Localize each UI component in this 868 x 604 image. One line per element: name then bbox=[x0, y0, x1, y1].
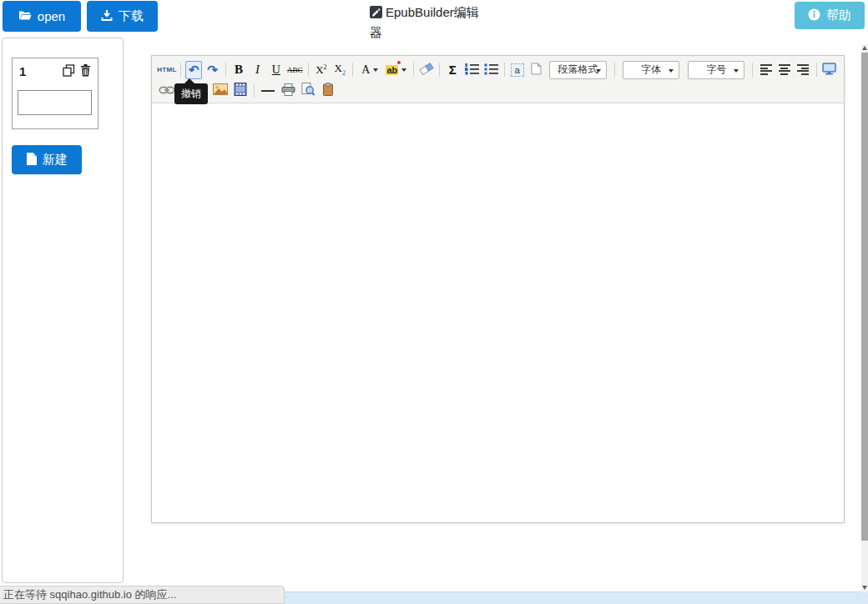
font-color-button[interactable]: A bbox=[357, 61, 382, 79]
superscript-button[interactable]: X2 bbox=[313, 61, 330, 79]
new-button-label: 新建 bbox=[43, 152, 68, 168]
underline-button[interactable]: U bbox=[268, 61, 285, 79]
chevron-down-icon bbox=[373, 68, 378, 72]
redo-button[interactable]: ↷ bbox=[204, 61, 220, 79]
toolbar-separator bbox=[504, 63, 505, 77]
formula-button[interactable]: Σ bbox=[444, 61, 461, 79]
chapter-number: 1 bbox=[19, 64, 26, 78]
print-button[interactable] bbox=[279, 82, 297, 100]
toolbar-row-1: HTML ↶ ↷ B I U ABC X2 X2 A ab bbox=[157, 59, 839, 80]
editor-toolbar: HTML ↶ ↷ B I U ABC X2 X2 A ab bbox=[152, 56, 844, 103]
epubbuilder-app: open 下载 EpubBuilder编辑器 帮助 1 bbox=[0, 0, 868, 604]
file-icon bbox=[26, 153, 37, 168]
info-icon bbox=[808, 8, 820, 23]
link-icon bbox=[159, 84, 175, 97]
copy-chapter-button[interactable] bbox=[62, 64, 76, 78]
toolbar-separator bbox=[180, 63, 181, 77]
download-icon bbox=[101, 9, 113, 23]
horizontal-rule-button[interactable] bbox=[259, 82, 277, 100]
open-button[interactable]: open bbox=[3, 1, 81, 32]
fullscreen-button[interactable] bbox=[821, 61, 838, 79]
italic-icon: I bbox=[255, 63, 260, 77]
page-title: EpubBuilder编辑器 bbox=[370, 3, 488, 43]
chapter-card: 1 bbox=[12, 58, 98, 129]
help-button-label: 帮助 bbox=[826, 8, 851, 23]
new-chapter-button[interactable]: 新建 bbox=[12, 145, 82, 174]
scroll-down-icon[interactable] bbox=[862, 586, 867, 590]
ordered-list-icon bbox=[464, 63, 480, 78]
media-button[interactable] bbox=[231, 82, 250, 100]
toolbar-separator bbox=[225, 63, 226, 77]
editor-content[interactable] bbox=[152, 103, 844, 522]
chevron-down-icon bbox=[734, 69, 739, 73]
unordered-list-icon bbox=[483, 63, 499, 78]
redo-icon: ↷ bbox=[207, 63, 218, 76]
page-title-text: EpubBuilder编辑器 bbox=[370, 5, 479, 39]
copy-icon bbox=[63, 64, 75, 79]
remove-format-button[interactable] bbox=[418, 61, 435, 79]
font-color-icon: A bbox=[361, 63, 370, 77]
highlight-icon: ab bbox=[386, 63, 398, 76]
strikethrough-button[interactable]: ABC bbox=[286, 61, 304, 79]
blank-page-icon bbox=[531, 63, 542, 78]
font-size-select[interactable]: 字号 bbox=[688, 61, 744, 79]
subscript-icon: X2 bbox=[335, 63, 346, 77]
edit-square-icon bbox=[370, 5, 386, 19]
vertical-scrollbar[interactable] bbox=[861, 44, 868, 592]
align-left-button[interactable] bbox=[757, 61, 774, 79]
toolbar-separator bbox=[816, 63, 817, 77]
scroll-up-icon[interactable] bbox=[862, 46, 867, 50]
superscript-icon: X2 bbox=[315, 64, 326, 75]
underline-icon: U bbox=[272, 63, 280, 77]
anchor-button[interactable]: a bbox=[509, 61, 526, 79]
film-icon bbox=[234, 83, 247, 98]
highlight-color-button[interactable]: ab bbox=[384, 61, 409, 79]
bold-button[interactable]: B bbox=[230, 61, 247, 79]
browser-status-text: 正在等待 sqqihao.github.io 的响应... bbox=[0, 586, 285, 604]
align-right-button[interactable] bbox=[795, 61, 811, 79]
source-code-button[interactable]: HTML bbox=[158, 61, 176, 79]
image-icon bbox=[213, 83, 228, 98]
align-right-icon bbox=[797, 64, 809, 75]
toolbar-separator bbox=[254, 83, 255, 98]
italic-button[interactable]: I bbox=[249, 61, 265, 79]
printer-icon bbox=[281, 83, 295, 98]
font-family-select[interactable]: 字体 bbox=[623, 61, 679, 79]
delete-chapter-button[interactable] bbox=[78, 64, 93, 78]
subscript-button[interactable]: X2 bbox=[331, 61, 348, 79]
paste-button[interactable] bbox=[319, 82, 337, 100]
toolbar-separator bbox=[614, 63, 615, 77]
toolbar-separator bbox=[413, 63, 414, 77]
chevron-down-icon bbox=[401, 68, 406, 72]
horizontal-rule-icon bbox=[261, 90, 275, 92]
new-page-button[interactable] bbox=[527, 61, 544, 79]
preview-button[interactable] bbox=[299, 82, 317, 100]
align-center-button[interactable] bbox=[776, 61, 793, 79]
paragraph-format-label: 段落格式 bbox=[558, 63, 598, 77]
scrollbar-thumb[interactable] bbox=[861, 53, 868, 541]
align-center-icon bbox=[779, 64, 790, 75]
editor-panel: HTML ↶ ↷ B I U ABC X2 X2 A ab bbox=[151, 55, 845, 523]
eraser-icon bbox=[419, 63, 434, 78]
trash-icon bbox=[80, 64, 91, 79]
undo-icon: ↶ bbox=[189, 63, 199, 76]
help-button[interactable]: 帮助 bbox=[795, 2, 865, 29]
anchor-icon: a bbox=[511, 63, 524, 77]
download-button[interactable]: 下载 bbox=[87, 1, 158, 32]
bold-icon: B bbox=[235, 63, 243, 77]
ordered-list-button[interactable] bbox=[463, 61, 481, 79]
image-button[interactable] bbox=[211, 82, 230, 100]
undo-button[interactable]: ↶ bbox=[185, 61, 202, 79]
chapter-title-input[interactable] bbox=[18, 90, 92, 115]
monitor-icon bbox=[822, 63, 836, 78]
link-button[interactable] bbox=[158, 82, 176, 100]
unordered-list-button[interactable] bbox=[482, 61, 500, 79]
chevron-down-icon bbox=[669, 69, 674, 73]
font-family-label: 字体 bbox=[641, 63, 661, 77]
align-left-icon bbox=[760, 64, 772, 75]
chapter-sidebar: 1 新建 bbox=[2, 38, 124, 583]
paragraph-format-select[interactable]: 段落格式 bbox=[549, 61, 606, 79]
magnifier-icon bbox=[301, 83, 315, 98]
toolbar-row-2 bbox=[157, 80, 839, 101]
open-button-label: open bbox=[38, 9, 65, 23]
